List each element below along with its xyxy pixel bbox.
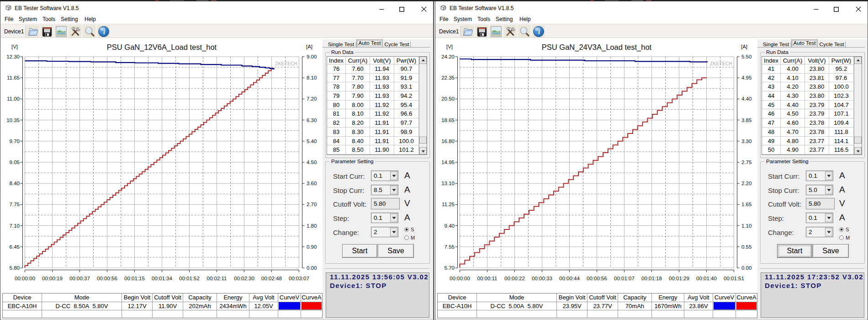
svg-text:9.05: 9.05 <box>10 160 20 165</box>
svg-text:22.35: 22.35 <box>441 75 455 80</box>
svg-text:7.10: 7.10 <box>10 223 20 229</box>
svg-text:00:00:33: 00:00:33 <box>532 276 552 281</box>
svg-text:[A]: [A] <box>306 44 312 49</box>
svg-text:00:00:19: 00:00:19 <box>42 276 63 281</box>
svg-text:00:01:52: 00:01:52 <box>179 276 200 281</box>
svg-text:i: i <box>538 29 540 36</box>
svg-text:00:00:56: 00:00:56 <box>587 276 607 281</box>
svg-text:10.35: 10.35 <box>6 117 20 123</box>
svg-text:[A]: [A] <box>741 44 747 49</box>
svg-text:14.95: 14.95 <box>441 160 455 165</box>
svg-text:00:00:11: 00:00:11 <box>477 276 498 281</box>
svg-text:4.50: 4.50 <box>307 160 317 165</box>
svg-text:20.50: 20.50 <box>441 96 455 101</box>
svg-text:6.45: 6.45 <box>10 244 20 250</box>
svg-text:0.00: 0.00 <box>741 265 752 271</box>
svg-text:00:00:37: 00:00:37 <box>69 276 90 281</box>
svg-text:7.55: 7.55 <box>445 244 455 250</box>
svg-text:1.65: 1.65 <box>741 202 752 207</box>
svg-text:00:01:40: 00:01:40 <box>696 276 717 281</box>
svg-text:9.00: 9.00 <box>307 54 317 59</box>
svg-text:2.70: 2.70 <box>307 202 317 207</box>
svg-text:00:01:34: 00:01:34 <box>152 276 172 281</box>
svg-text:00:00:00: 00:00:00 <box>450 276 470 281</box>
svg-text:0.00: 0.00 <box>307 265 317 271</box>
svg-text:00:03:07: 00:03:07 <box>289 276 309 281</box>
svg-text:8.10: 8.10 <box>307 75 317 80</box>
svg-text:00:00:22: 00:00:22 <box>504 276 525 281</box>
svg-text:00:02:11: 00:02:11 <box>207 276 227 281</box>
svg-text:i: i <box>103 29 105 36</box>
svg-text:00:01:15: 00:01:15 <box>124 276 145 281</box>
svg-text:1.10: 1.10 <box>741 223 752 229</box>
svg-text:[V]: [V] <box>11 44 18 49</box>
svg-text:00:01:07: 00:01:07 <box>614 276 635 281</box>
svg-text:0.55: 0.55 <box>741 244 752 250</box>
svg-text:3.60: 3.60 <box>307 181 317 186</box>
svg-text:6.30: 6.30 <box>307 117 317 123</box>
svg-text:4.95: 4.95 <box>741 75 752 80</box>
svg-text:ZKETECH: ZKETECH <box>275 61 297 66</box>
svg-text:00:00:00: 00:00:00 <box>15 276 35 281</box>
svg-text:5.50: 5.50 <box>741 54 752 59</box>
svg-text:13.10: 13.10 <box>441 181 455 186</box>
svg-text:PSU GaN_24V3A_Load test_hot: PSU GaN_24V3A_Load test_hot <box>542 43 652 52</box>
svg-text:0.90: 0.90 <box>307 244 317 250</box>
svg-text:11.00: 11.00 <box>7 96 20 101</box>
svg-text:9.40: 9.40 <box>445 223 455 229</box>
svg-text:00:01:51: 00:01:51 <box>724 276 744 281</box>
svg-text:5.70: 5.70 <box>445 265 455 271</box>
svg-text:2.20: 2.20 <box>741 181 752 186</box>
svg-text:00:00:44: 00:00:44 <box>559 276 580 281</box>
svg-text:00:01:18: 00:01:18 <box>641 276 662 281</box>
svg-text:18.65: 18.65 <box>441 117 455 123</box>
svg-text:24.20: 24.20 <box>441 54 455 59</box>
svg-text:1.80: 1.80 <box>307 223 317 229</box>
svg-text:5.80: 5.80 <box>10 265 20 271</box>
svg-text:7.20: 7.20 <box>307 96 317 101</box>
svg-text:11.25: 11.25 <box>442 202 455 207</box>
svg-text:11.65: 11.65 <box>7 75 20 80</box>
svg-text:00:02:30: 00:02:30 <box>234 276 254 281</box>
svg-text:9.70: 9.70 <box>10 139 20 144</box>
svg-text:16.80: 16.80 <box>441 139 455 144</box>
svg-text:ZKETECH: ZKETECH <box>710 61 732 66</box>
svg-text:4.40: 4.40 <box>741 96 752 101</box>
svg-text:8.40: 8.40 <box>10 181 20 186</box>
svg-text:2.75: 2.75 <box>741 160 752 165</box>
svg-text:00:00:56: 00:00:56 <box>97 276 117 281</box>
svg-text:[V]: [V] <box>446 44 453 49</box>
svg-text:3.85: 3.85 <box>741 117 752 123</box>
svg-text:7.75: 7.75 <box>10 202 20 207</box>
svg-text:00:01:29: 00:01:29 <box>669 276 689 281</box>
svg-text:12.30: 12.30 <box>6 54 20 59</box>
svg-text:PSU GaN_12V6A_Load test_hot: PSU GaN_12V6A_Load test_hot <box>107 43 217 52</box>
svg-text:3.30: 3.30 <box>741 139 752 144</box>
svg-text:5.40: 5.40 <box>307 139 317 144</box>
svg-text:00:02:48: 00:02:48 <box>261 276 282 281</box>
